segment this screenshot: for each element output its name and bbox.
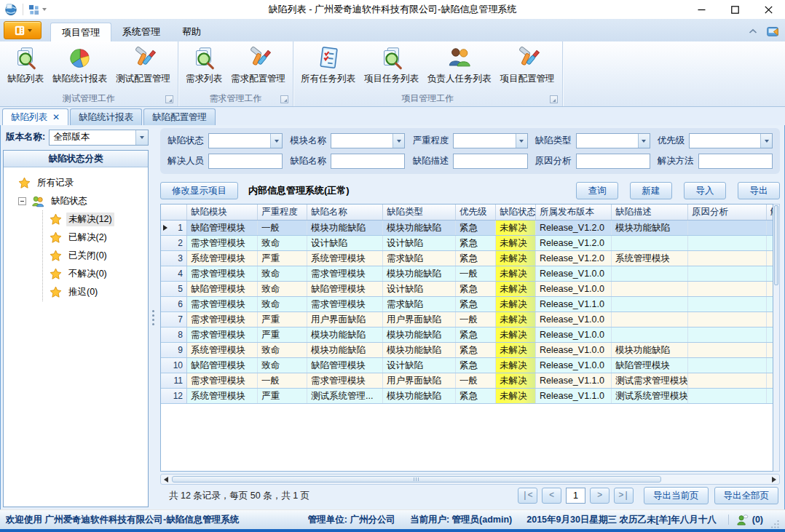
export-current-page-button[interactable]: 导出当前页 bbox=[644, 487, 709, 504]
prev-page-button[interactable]: < bbox=[542, 488, 561, 504]
horizontal-scrollbar[interactable] bbox=[160, 474, 780, 485]
table-row[interactable]: 7需求管理模块严重用户界面缺陷用户界面缺陷一般未解决Release_V1.0.0 bbox=[161, 312, 773, 327]
combo-arrow-icon[interactable] bbox=[760, 134, 772, 148]
combo-arrow-icon[interactable] bbox=[392, 134, 404, 148]
modify-columns-button[interactable]: 修改显示项目 bbox=[160, 182, 238, 199]
ribbon-button[interactable]: 所有任务列表 bbox=[296, 43, 360, 85]
scroll-left-arrow-icon[interactable] bbox=[163, 476, 169, 483]
table-row[interactable]: 9系统管理模块致命模块功能缺陷模块功能缺陷紧急未解决Release_V1.0.0… bbox=[161, 343, 773, 358]
ribbon-button[interactable]: 项目配置管理 bbox=[496, 43, 559, 85]
tree-collapse-icon[interactable] bbox=[18, 197, 26, 205]
quick-access-caret-icon[interactable] bbox=[42, 8, 47, 11]
layout-grid-icon[interactable] bbox=[28, 4, 39, 15]
table-cell: Release_V1.0.0 bbox=[536, 358, 612, 373]
table-row[interactable]: 3系统管理模块严重系统管理模块需求缺陷紧急未解决Release_V1.2.0系统… bbox=[161, 251, 773, 266]
combo-arrow-icon[interactable] bbox=[135, 130, 148, 145]
ribbon-button[interactable]: 负责人任务列表 bbox=[423, 43, 496, 85]
table-row[interactable]: 2需求管理模块致命设计缺陷设计缺陷紧急未解决Release_V1.2.0 bbox=[161, 236, 773, 251]
filter-dropdown[interactable] bbox=[208, 133, 283, 148]
combo-arrow-icon[interactable] bbox=[516, 134, 527, 148]
filter-dropdown[interactable] bbox=[453, 133, 527, 148]
toolbar-action-button[interactable]: 导出 bbox=[738, 182, 780, 199]
filter-dropdown[interactable] bbox=[576, 133, 650, 148]
vertical-scrollbar-thumb[interactable] bbox=[774, 205, 778, 285]
person-status-icon[interactable] bbox=[736, 514, 749, 526]
first-page-button[interactable]: |< bbox=[518, 488, 537, 504]
toolbar-action-button[interactable]: 导入 bbox=[684, 182, 726, 199]
grid-header-cell[interactable]: 优先级 bbox=[456, 205, 496, 220]
table-row[interactable]: 5缺陷管理模块致命缺陷管理模块设计缺陷紧急未解决Release_V1.0.0 bbox=[161, 282, 773, 297]
dialog-launcher-icon[interactable] bbox=[280, 95, 288, 103]
table-row[interactable]: 11需求管理模块一般需求管理模块用户界面缺陷一般未解决Release_V1.1.… bbox=[161, 373, 773, 389]
table-row[interactable]: 4需求管理模块致命需求管理模块模块功能缺陷一般未解决Release_V1.0.0 bbox=[161, 266, 773, 282]
tree-item-defect-status[interactable]: 缺陷状态 bbox=[18, 192, 148, 210]
tree-item-all-records[interactable]: 所有记录 bbox=[18, 174, 148, 192]
document-tab[interactable]: 缺陷配置管理 bbox=[143, 108, 216, 125]
table-cell: 设计缺陷 bbox=[383, 236, 456, 250]
sidebar-splitter[interactable] bbox=[150, 125, 156, 509]
grid-header-cell[interactable]: 缺陷类型 bbox=[383, 205, 456, 220]
filter-input[interactable] bbox=[208, 154, 283, 169]
tree-item-status[interactable]: 已解决(2) bbox=[50, 229, 148, 247]
grid-header-cell[interactable]: 解决 bbox=[767, 205, 773, 220]
grid-header-cell[interactable]: 缺陷描述 bbox=[612, 205, 688, 220]
filter-input[interactable] bbox=[698, 154, 773, 169]
document-tab[interactable]: 缺陷统计报表 bbox=[70, 108, 142, 125]
filter-input[interactable] bbox=[453, 154, 527, 169]
dialog-launcher-icon[interactable] bbox=[550, 95, 558, 103]
tab-close-icon[interactable]: ✕ bbox=[52, 113, 60, 122]
grid-header-cell[interactable]: 原因分析 bbox=[688, 205, 767, 220]
grid-header-cell[interactable]: 缺陷状态 bbox=[496, 205, 536, 220]
combo-arrow-icon[interactable] bbox=[270, 134, 282, 148]
toolbar-action-button[interactable]: 查询 bbox=[576, 182, 618, 199]
tree-item-status[interactable]: 不解决(0) bbox=[50, 265, 148, 283]
ribbon-button[interactable]: 缺陷统计报表 bbox=[48, 43, 111, 85]
next-page-button[interactable]: > bbox=[590, 488, 610, 504]
chevron-up-icon[interactable] bbox=[749, 28, 757, 34]
ribbon-tab[interactable]: 项目管理 bbox=[50, 23, 111, 41]
export-all-pages-button[interactable]: 导出全部页 bbox=[714, 487, 779, 504]
ribbon-button[interactable]: 需求配置管理 bbox=[226, 43, 290, 85]
minimize-button[interactable] bbox=[685, 0, 718, 19]
ribbon-button[interactable]: 缺陷列表 bbox=[3, 43, 48, 85]
table-cell: 需求管理模块 bbox=[307, 297, 383, 311]
table-row[interactable]: 6需求管理模块致命需求管理模块需求缺陷紧急未解决Release_V1.1.0 bbox=[161, 297, 773, 312]
tree-item-status[interactable]: 推迟(0) bbox=[50, 283, 148, 301]
help-app-icon[interactable] bbox=[766, 25, 779, 38]
ribbon-tab[interactable]: 帮助 bbox=[171, 23, 212, 41]
table-row[interactable]: 1缺陷管理模块一般模块功能缺陷模块功能缺陷紧急未解决Release_V1.2.0… bbox=[161, 221, 773, 236]
close-button[interactable] bbox=[752, 0, 785, 19]
scroll-right-arrow-icon[interactable] bbox=[771, 476, 777, 483]
table-row[interactable]: 8需求管理模块严重模块功能缺陷模块功能缺陷紧急未解决Release_V1.0.0 bbox=[161, 327, 773, 343]
tree-item-status[interactable]: 已关闭(0) bbox=[50, 247, 148, 265]
horizontal-scrollbar-thumb[interactable] bbox=[172, 476, 661, 483]
table-row[interactable]: 10缺陷管理模块致命缺陷管理模块设计缺陷紧急未解决Release_V1.0.0缺… bbox=[161, 358, 773, 373]
ribbon-button[interactable]: 需求列表 bbox=[181, 43, 226, 85]
last-page-button[interactable]: >| bbox=[614, 488, 634, 504]
table-row[interactable]: 12系统管理模块严重测试系统管理...模块功能缺陷紧急未解决Release_V1… bbox=[161, 389, 773, 404]
filter-dropdown[interactable] bbox=[689, 133, 773, 148]
maximize-button[interactable] bbox=[718, 0, 752, 19]
version-combobox[interactable]: 全部版本 bbox=[49, 130, 149, 146]
defect-status-panel: 缺陷状态分类 所有记录缺陷状态未解决(12)已解决(2)已关闭(0)不解决(0)… bbox=[3, 150, 149, 507]
filter-input[interactable] bbox=[576, 154, 650, 169]
combo-arrow-icon[interactable] bbox=[638, 134, 650, 148]
grid-header-cell[interactable]: 缺陷模块 bbox=[187, 205, 258, 220]
ribbon-tab[interactable]: 系统管理 bbox=[111, 23, 171, 41]
resize-grip-icon[interactable] bbox=[770, 520, 779, 528]
grid-header-cell[interactable]: 严重程度 bbox=[258, 205, 307, 220]
filter-input[interactable] bbox=[331, 154, 405, 169]
tree-item-status[interactable]: 未解决(12) bbox=[50, 210, 148, 229]
filter-dropdown[interactable] bbox=[331, 133, 405, 148]
horizontal-scrollbar-track[interactable] bbox=[172, 476, 768, 483]
dialog-launcher-icon[interactable] bbox=[165, 95, 173, 103]
toolbar-action-button[interactable]: 新建 bbox=[630, 182, 672, 199]
page-number-input[interactable] bbox=[566, 488, 585, 504]
app-menu-button[interactable] bbox=[4, 21, 42, 39]
grid-header-cell[interactable]: 所属发布版本 bbox=[536, 205, 612, 220]
grid-header-cell[interactable]: 缺陷名称 bbox=[307, 205, 383, 220]
ribbon-button[interactable]: 项目任务列表 bbox=[360, 43, 423, 85]
vertical-scrollbar[interactable] bbox=[773, 204, 780, 472]
ribbon-button[interactable]: 测试配置管理 bbox=[111, 43, 175, 85]
document-tab[interactable]: 缺陷列表✕ bbox=[2, 108, 68, 125]
